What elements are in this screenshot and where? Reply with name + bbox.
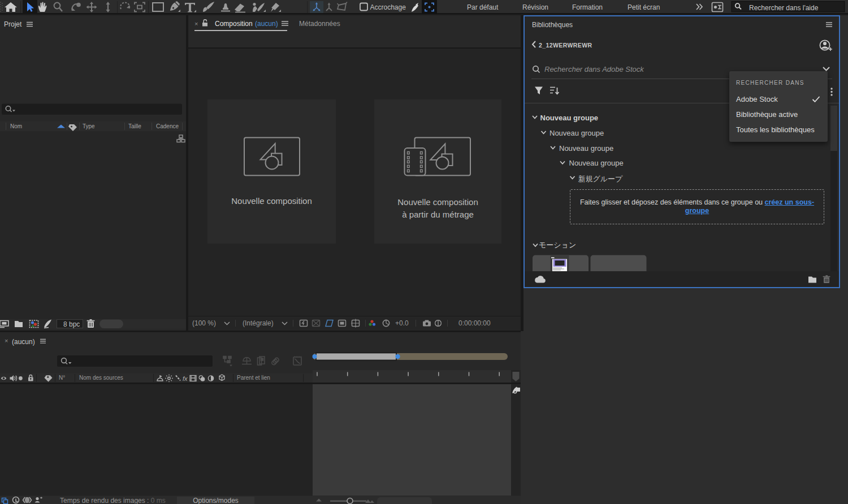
svg-text:fx: fx: [183, 375, 188, 382]
